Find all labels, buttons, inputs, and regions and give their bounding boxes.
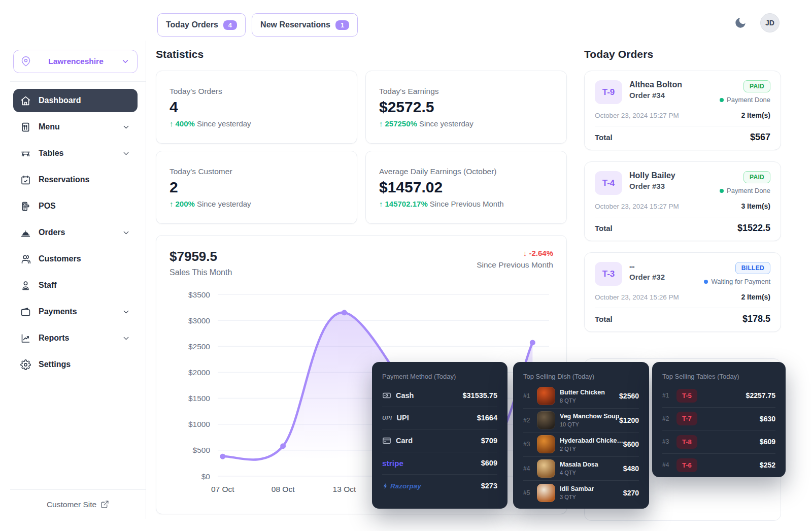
table-value: $609: [760, 438, 775, 446]
sidebar-item-tables[interactable]: Tables: [13, 142, 138, 165]
svg-text:$1500: $1500: [188, 394, 210, 403]
dish-value: $480: [623, 464, 639, 473]
payment-method-value: $609: [481, 459, 497, 467]
arrow-up-icon: ↑: [379, 200, 383, 208]
dish-text: Veg Manchow Soup10 QTY: [560, 413, 619, 427]
sidebar-item-pos[interactable]: POS: [13, 194, 138, 218]
dish-info: #4Masala Dosa4 QTY: [523, 459, 598, 478]
chevron-down-icon: [122, 228, 130, 237]
dish-image: [537, 459, 555, 478]
location-selector[interactable]: Lawrenceshire: [13, 50, 138, 73]
payment-method-label: Cash: [382, 391, 414, 400]
dish-row-idli-sambar: #5Idli Sambar3 QTY$270: [523, 481, 639, 505]
order-card-order-33[interactable]: T-4Holly BaileyOrder #33PAIDPayment Done…: [584, 161, 781, 241]
order-card-order-32[interactable]: T-3--Order #32BILLEDWaiting for PaymentO…: [584, 252, 781, 332]
sidebar-item-label: Settings: [39, 360, 71, 369]
stat-change-period: Since yesterday: [197, 119, 251, 128]
avatar[interactable]: JD: [760, 13, 780, 32]
payment-method-value: $273: [481, 482, 497, 490]
payment-status-dot: [720, 98, 724, 102]
sidebar-item-reservations[interactable]: Reservations: [13, 168, 138, 191]
payment-note: Payment Done: [720, 96, 770, 104]
dish-image: [537, 387, 555, 405]
report-chart-icon: [20, 333, 31, 344]
payment-method-name: UPI: [397, 414, 409, 422]
sidebar-item-staff[interactable]: Staff: [13, 274, 138, 297]
sales-change: ↓ -2.64%: [477, 249, 553, 257]
payment-method-label: Razorpay: [382, 482, 421, 490]
customer-site-link[interactable]: Customer Site: [10, 489, 146, 519]
dish-qty: 2 QTY: [560, 446, 627, 452]
dish-qty: 4 QTY: [560, 470, 598, 476]
order-number: Order #33: [629, 182, 713, 190]
dish-rank: #4: [523, 465, 532, 472]
sidebar-item-settings[interactable]: Settings: [13, 353, 138, 376]
stat-change: ↑400% Since yesterday: [170, 119, 344, 128]
stripe-logo: stripe: [382, 459, 403, 468]
status-badge: PAID: [743, 171, 770, 183]
customer-name: Althea Bolton: [629, 80, 713, 89]
table-value: $630: [760, 415, 775, 423]
stat-change-percent: 400%: [176, 119, 195, 128]
dish-row-veg-manchow-soup: #2Veg Manchow Soup10 QTY$1200: [523, 409, 639, 433]
topbar-button-new-reservations[interactable]: New Reservations1: [252, 13, 358, 37]
table-info: #1T-5: [662, 389, 697, 403]
dark-mode-toggle[interactable]: [734, 15, 749, 30]
dish-rank: #3: [523, 441, 532, 448]
total-label: Total: [595, 224, 613, 233]
sidebar-item-label: Reports: [39, 334, 69, 343]
table-value: $252: [760, 461, 775, 469]
sidebar-item-orders[interactable]: Orders: [13, 221, 138, 244]
stat-card-average-daily-earnings-october: Average Daily Earnings (October)$1457.02…: [365, 151, 567, 224]
top-tables-panel: Top Selling Tables (Today) #1T-5$2257.75…: [652, 362, 786, 477]
sales-amount: $7959.5: [170, 249, 232, 264]
dish-name: Masala Dosa: [560, 461, 598, 468]
order-meta: October 23, 2024 15:27 PM3 Item(s): [595, 202, 770, 210]
order-status: BILLEDWaiting for Payment: [704, 262, 770, 286]
sidebar-item-reports[interactable]: Reports: [13, 326, 138, 350]
svg-text:$2500: $2500: [188, 342, 210, 351]
order-names: Althea BoltonOrder #34: [629, 80, 713, 104]
total-value: $178.5: [742, 314, 770, 324]
cloche-icon: [20, 227, 31, 238]
topbar-button-today-orders[interactable]: Today Orders4: [157, 13, 246, 37]
table-badge: T-3: [595, 262, 622, 286]
table-row-t-5: #1T-5$2257.75: [662, 384, 775, 408]
table-info: #2T-7: [662, 412, 697, 425]
order-total-row: Total$178.5: [595, 314, 770, 324]
payment-method-label: stripe: [382, 459, 403, 468]
payment-note-text: Payment Done: [727, 187, 770, 194]
stat-card-today-s-orders: Today's Orders4↑400% Since yesterday: [156, 71, 357, 144]
sidebar-item-payments[interactable]: Payments: [13, 300, 138, 323]
dish-value: $2560: [619, 392, 639, 400]
order-status: PAIDPayment Done: [720, 80, 770, 104]
dish-image: [537, 435, 555, 453]
sidebar-item-dashboard[interactable]: Dashboard: [13, 89, 138, 112]
top-dishes-panel: Top Selling Dish (Today) #1Butter Chicke…: [513, 362, 649, 509]
sales-subtitle: Sales This Month: [170, 268, 232, 277]
chevron-down-icon: [121, 57, 130, 66]
dish-text: Hyderabadi Chicken Biryani2 QTY: [560, 437, 627, 452]
stat-change-percent: 200%: [176, 200, 195, 208]
stat-change: ↑200% Since yesterday: [170, 200, 344, 208]
count-badge: 4: [223, 20, 237, 30]
table-badge: T-7: [676, 412, 697, 425]
sidebar-item-customers[interactable]: Customers: [13, 247, 138, 271]
sidebar-item-menu[interactable]: Menu: [13, 115, 138, 139]
order-card-header: T-3--Order #32BILLEDWaiting for Payment: [595, 262, 770, 286]
divider: [595, 126, 770, 126]
map-pin-icon: [21, 56, 31, 67]
stat-card-today-s-customer: Today's Customer2↑200% Since yesterday: [156, 151, 357, 224]
order-datetime: October 23, 2024 15:26 PM: [595, 293, 679, 301]
order-card-order-34[interactable]: T-9Althea BoltonOrder #34PAIDPayment Don…: [584, 71, 781, 150]
payment-note-text: Waiting for Payment: [711, 278, 770, 285]
dish-image: [537, 411, 555, 429]
wallet-icon: [20, 307, 31, 317]
home-icon: [20, 95, 31, 106]
stat-change-percent: 145702.17%: [385, 200, 428, 208]
payment-row-razorpay: Razorpay$273: [382, 475, 497, 497]
order-names: --Order #32: [629, 262, 697, 286]
dish-info: #2Veg Manchow Soup10 QTY: [523, 411, 619, 429]
payment-method-name: Cash: [396, 391, 414, 400]
customer-name: Holly Bailey: [629, 171, 713, 180]
